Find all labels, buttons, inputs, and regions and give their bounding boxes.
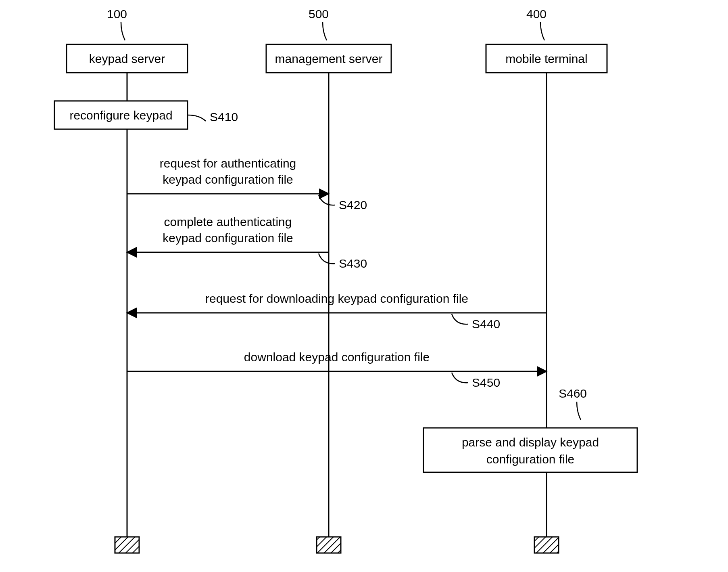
- msg-s450: download keypad configuration file: [244, 350, 430, 364]
- step-label-s460-line1: parse and display keypad: [462, 436, 599, 449]
- leader-s410: [188, 115, 206, 121]
- ref-s430: S430: [339, 257, 367, 270]
- msg-s420-line2: keypad configuration file: [163, 173, 293, 186]
- leader-keypad: [121, 22, 125, 40]
- msg-s440: request for downloading keypad configura…: [205, 292, 468, 305]
- leader-s440: [452, 314, 468, 324]
- leader-terminal: [540, 22, 544, 40]
- leader-mgmt: [323, 22, 327, 40]
- lifeline-end-terminal: [534, 537, 559, 553]
- ref-s420: S420: [339, 198, 367, 212]
- ref-label-mgmt: 500: [309, 7, 329, 21]
- msg-s420-line1: request for authenticating: [160, 157, 296, 170]
- ref-label-keypad: 100: [107, 7, 127, 21]
- ref-s410: S410: [210, 110, 238, 124]
- ref-s450: S450: [472, 376, 500, 389]
- ref-s440: S440: [472, 317, 500, 331]
- step-label-s410: reconfigure keypad: [69, 109, 172, 122]
- leader-s420: [319, 195, 335, 205]
- lifeline-label-mgmt: management server: [275, 52, 383, 65]
- leader-s430: [319, 254, 335, 264]
- leader-s460: [577, 402, 581, 420]
- msg-s430-line2: keypad configuration file: [163, 231, 293, 245]
- sequence-diagram: 100 500 400 keypad server management ser…: [0, 0, 728, 572]
- lifeline-end-keypad: [115, 537, 139, 553]
- step-label-s460-line2: configuration file: [486, 453, 574, 466]
- lifeline-end-mgmt: [317, 537, 341, 553]
- msg-s430-line1: complete authenticating: [164, 215, 292, 228]
- lifeline-label-keypad: keypad server: [89, 52, 165, 65]
- leader-s450: [452, 373, 468, 383]
- ref-label-terminal: 400: [526, 7, 547, 21]
- ref-s460: S460: [559, 387, 587, 400]
- lifeline-label-terminal: mobile terminal: [505, 52, 587, 65]
